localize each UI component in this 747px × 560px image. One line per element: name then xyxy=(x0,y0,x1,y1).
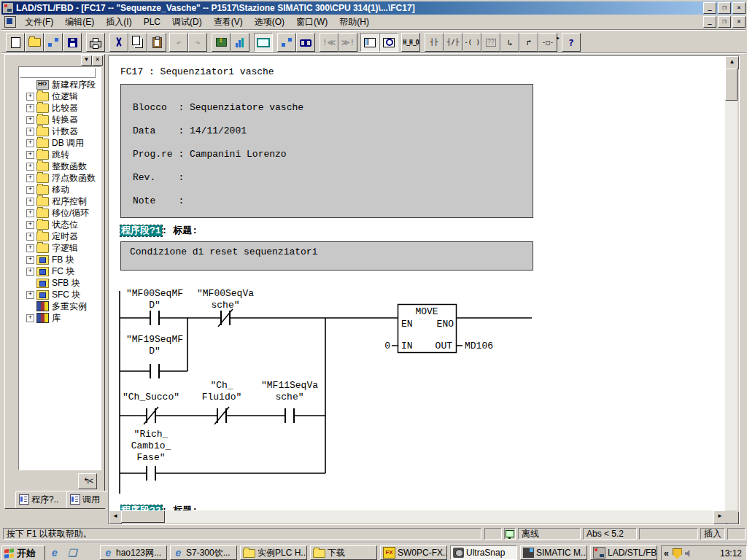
tree-item-integer-math[interactable]: 整数函数 xyxy=(20,160,101,172)
contact-nc-button[interactable]: ┤/├ xyxy=(444,33,462,52)
expand-icon[interactable] xyxy=(26,198,34,206)
menu-plc[interactable]: PLC xyxy=(138,15,166,28)
expand-icon[interactable] xyxy=(26,116,34,124)
panel-close-button[interactable] xyxy=(92,55,103,66)
tree-item-comparator[interactable]: 比较器 xyxy=(20,102,101,114)
detail-view-button[interactable] xyxy=(379,33,398,52)
copy-button[interactable] xyxy=(128,33,147,52)
contact-no-mf00seqmfd[interactable] xyxy=(150,311,159,325)
restore-button[interactable] xyxy=(718,2,731,14)
collapse-overview-button[interactable] xyxy=(78,473,97,489)
tree-item-program-control[interactable]: 程序控制 xyxy=(20,195,101,207)
monitor-on-off-button[interactable] xyxy=(296,33,315,52)
expand-icon[interactable] xyxy=(26,291,34,299)
start-button[interactable]: 开始 xyxy=(1,545,45,560)
expand-icon[interactable] xyxy=(26,209,34,217)
expand-icon[interactable] xyxy=(26,163,34,171)
redo-button[interactable]: ↷ xyxy=(188,33,207,52)
tree-item-multi-instance[interactable]: 多重实例 xyxy=(20,300,101,312)
move-out-operand[interactable]: MD106 xyxy=(465,341,493,351)
new-network-button[interactable] xyxy=(401,33,420,52)
network-badge[interactable]: 程序段?1 xyxy=(120,225,162,236)
move-block[interactable]: MOVE EN ENO IN OUT 0 MD106 xyxy=(384,305,493,353)
tree-item-sfc-blocks[interactable]: SFC 块 xyxy=(20,289,101,300)
tree-item-word-logic[interactable]: 字逻辑 xyxy=(20,242,101,254)
tree-item-sfb-blocks[interactable]: SFB 块 xyxy=(20,277,101,289)
child-minimize-button[interactable] xyxy=(703,16,716,28)
expand-icon[interactable] xyxy=(26,233,34,241)
next-error-button[interactable]: ≫! xyxy=(338,33,357,52)
expand-icon[interactable] xyxy=(26,268,34,276)
previous-error-button[interactable]: !≪ xyxy=(320,33,338,52)
download-button[interactable] xyxy=(212,33,231,52)
task-simatic-manager[interactable]: SIMATIC M... xyxy=(520,545,587,560)
menu-debug[interactable]: 调试(D) xyxy=(166,15,208,30)
expand-icon[interactable] xyxy=(26,186,34,194)
expand-icon[interactable] xyxy=(26,256,34,264)
block-comment-box[interactable]: Blocco : Sequenziatore vasche Data : 14/… xyxy=(120,84,533,218)
paste-button[interactable] xyxy=(147,33,166,52)
horizontal-scroll-thumb[interactable] xyxy=(121,510,165,523)
expand-icon[interactable] xyxy=(26,128,34,136)
child-close-button[interactable] xyxy=(732,16,746,28)
task-hao123[interactable]: ehao123网... xyxy=(100,545,167,560)
tree-item-shift-rotate[interactable]: 移位/循环 xyxy=(20,207,101,219)
tree-item-float-math[interactable]: 浮点数函数 xyxy=(20,172,101,184)
scroll-up-button[interactable] xyxy=(725,56,739,69)
tree-item-db-call[interactable]: DB 调用 xyxy=(20,137,101,149)
open-branch-button[interactable]: ↳ xyxy=(500,33,519,52)
empty-box-button[interactable] xyxy=(481,33,500,52)
tree-item-converter[interactable]: 转换器 xyxy=(20,114,101,125)
tree-item-new-network[interactable]: 新建程序段 xyxy=(20,79,101,90)
task-plc-folder[interactable]: 实例PLC H... xyxy=(240,545,307,560)
security-shield-icon[interactable] xyxy=(673,548,682,559)
child-restore-button[interactable] xyxy=(718,16,731,28)
quick-launch-desktop-icon[interactable]: ❏ xyxy=(66,546,79,559)
task-ultrasnap[interactable]: UltraSnap xyxy=(450,545,517,560)
vertical-scrollbar[interactable] xyxy=(725,56,738,523)
tab-program-elements[interactable]: 程序?.. xyxy=(15,491,71,508)
connector-button[interactable]: -□- xyxy=(538,33,557,52)
expand-icon[interactable] xyxy=(26,93,34,101)
help-button[interactable]: ? xyxy=(562,33,581,52)
coil-button[interactable]: -( ) xyxy=(462,33,481,52)
menu-edit[interactable]: 编辑(E) xyxy=(59,15,100,30)
expand-icon[interactable] xyxy=(26,139,34,147)
task-s7-300[interactable]: eS7-300饮... xyxy=(170,545,237,560)
volume-icon[interactable] xyxy=(685,550,693,558)
connections-button[interactable] xyxy=(277,33,296,52)
close-branch-button[interactable]: ↱ xyxy=(519,33,538,52)
menu-options[interactable]: 选项(O) xyxy=(249,15,290,30)
contact-nc-ch-fluido[interactable] xyxy=(214,407,229,424)
task-downloads-folder[interactable]: 下载 xyxy=(310,545,377,560)
online-partner-button[interactable] xyxy=(44,33,63,52)
expand-icon[interactable] xyxy=(26,151,34,159)
menu-insert[interactable]: 插入(I) xyxy=(100,15,137,30)
contact-nc-ch-succo[interactable] xyxy=(144,407,158,424)
undo-button[interactable]: ↶ xyxy=(169,33,188,52)
mdi-document-icon[interactable] xyxy=(4,16,16,28)
symbol-information-button[interactable] xyxy=(254,33,273,52)
move-in-operand[interactable]: 0 xyxy=(384,341,390,351)
overview-toggle-button[interactable] xyxy=(360,33,379,52)
contact-nc-mf00seqvasche[interactable] xyxy=(218,309,233,327)
tree-item-bit-logic[interactable]: 位逻辑 xyxy=(20,90,101,102)
cut-button[interactable] xyxy=(109,33,128,52)
tree-item-status-bits[interactable]: 状态位 xyxy=(20,219,101,230)
tree-item-timers[interactable]: 定时器 xyxy=(20,230,101,242)
horizontal-scrollbar[interactable] xyxy=(109,510,725,523)
contact-no-mf11seqvasche[interactable] xyxy=(285,408,294,423)
expand-icon[interactable] xyxy=(26,314,34,322)
tree-item-counter[interactable]: 计数器 xyxy=(20,125,101,137)
network-comment-box[interactable]: Condizione di reset sequenziatori xyxy=(120,241,533,271)
print-button[interactable] xyxy=(86,33,105,52)
contact-no-mf19seqmfd[interactable] xyxy=(150,364,159,378)
tree-item-move[interactable]: 移动 xyxy=(20,184,101,195)
menu-view[interactable]: 查看(V) xyxy=(208,15,249,30)
menu-help[interactable]: 帮助(H) xyxy=(333,15,375,30)
monitor-variables-button[interactable] xyxy=(231,33,249,52)
panel-dropdown-button[interactable] xyxy=(81,55,92,66)
menu-window[interactable]: 窗口(W) xyxy=(290,15,333,30)
ladder-diagram[interactable]: "MF00SeqMF D" "MF00SeqVa sche" "MF19SeqM… xyxy=(109,285,561,510)
quick-launch-ie-icon[interactable]: e xyxy=(48,546,61,559)
